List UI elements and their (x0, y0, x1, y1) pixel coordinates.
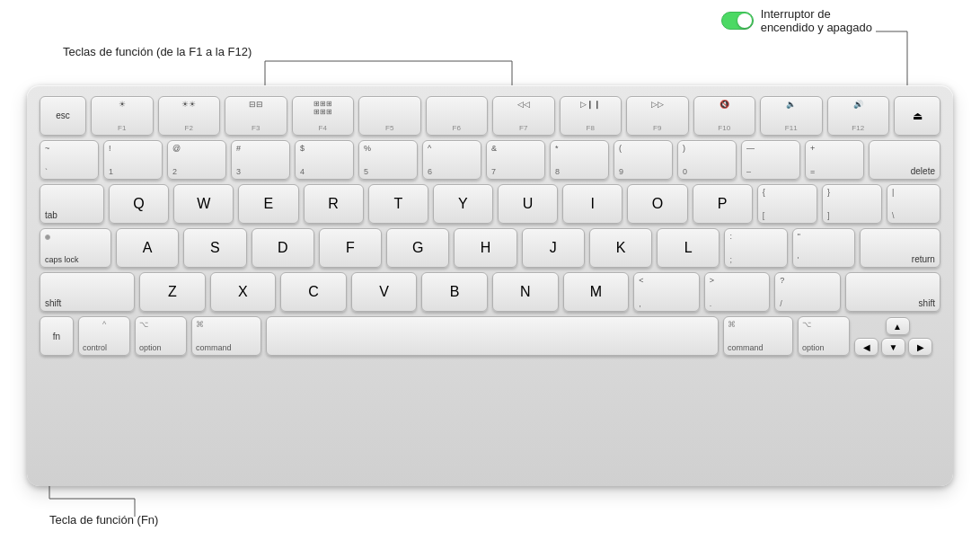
key-s[interactable]: S (183, 228, 246, 268)
key-f11[interactable]: 🔈 F11 (760, 96, 823, 136)
key-y[interactable]: Y (433, 184, 493, 224)
key-delete[interactable]: delete (869, 140, 940, 180)
key-command-left[interactable]: ⌘ command (191, 316, 261, 356)
key-equals[interactable]: + = (805, 140, 864, 180)
key-x[interactable]: X (210, 272, 277, 312)
key-a[interactable]: A (116, 228, 179, 268)
key-f4[interactable]: ⊞⊞⊞⊞⊞⊞ F4 (292, 96, 355, 136)
key-r[interactable]: R (304, 184, 364, 224)
key-control[interactable]: ^ control (78, 316, 130, 356)
key-k[interactable]: K (589, 228, 652, 268)
key-shift-right[interactable]: shift (845, 272, 940, 312)
key-f10[interactable]: 🔇 F10 (693, 96, 756, 136)
arrow-top-row: ▲ (854, 317, 940, 335)
key-m[interactable]: M (563, 272, 630, 312)
key-b[interactable]: B (421, 272, 488, 312)
key-command-right[interactable]: ⌘ command (723, 316, 793, 356)
key-bracket-open[interactable]: { [ (757, 184, 817, 224)
key-option-left[interactable]: ⌥ option (135, 316, 187, 356)
key-8[interactable]: * 8 (550, 140, 609, 180)
key-f[interactable]: F (319, 228, 382, 268)
key-v[interactable]: V (351, 272, 418, 312)
key-f12[interactable]: 🔊 F12 (827, 96, 890, 136)
qwerty-row: tab Q W E R T Y U I O P { [ } (40, 184, 940, 224)
key-4[interactable]: $ 4 (295, 140, 354, 180)
key-arrow-down[interactable]: ▼ (881, 338, 905, 356)
fn-key-label: Tecla de función (Fn) (49, 513, 158, 527)
key-i[interactable]: I (562, 184, 622, 224)
key-arrow-left[interactable]: ◀ (854, 338, 878, 356)
key-comma[interactable]: < , (633, 272, 700, 312)
key-7[interactable]: & 7 (486, 140, 545, 180)
key-slash[interactable]: ? / (774, 272, 841, 312)
key-t[interactable]: T (368, 184, 428, 224)
key-eject[interactable]: ⏏ (894, 96, 940, 136)
arrow-bottom-row: ◀ ▼ ▶ (854, 338, 940, 356)
key-g[interactable]: G (386, 228, 449, 268)
key-j[interactable]: J (522, 228, 585, 268)
key-shift-left[interactable]: shift (40, 272, 135, 312)
key-f8[interactable]: ▷❙❙ F8 (560, 96, 622, 136)
key-d[interactable]: D (252, 228, 314, 268)
key-z[interactable]: Z (139, 272, 206, 312)
key-f7[interactable]: ◁◁ F7 (492, 96, 555, 136)
key-e[interactable]: E (238, 184, 298, 224)
key-5[interactable]: % 5 (358, 140, 418, 180)
key-f1[interactable]: ☀ F1 (91, 96, 154, 136)
key-9[interactable]: ( 9 (614, 140, 673, 180)
scene: Interruptor de encendido y apagado Tecla… (0, 0, 980, 540)
asdf-row: caps lock A S D F G H J K L : ; " (40, 228, 940, 268)
key-w[interactable]: W (173, 184, 234, 224)
key-c[interactable]: C (280, 272, 347, 312)
key-bracket-close[interactable]: } ] (822, 184, 882, 224)
key-1[interactable]: ! 1 (103, 140, 163, 180)
key-f3[interactable]: ⊟⊟ F3 (225, 96, 287, 136)
key-o[interactable]: O (627, 184, 687, 224)
keyboard: esc ☀ F1 ☀☀ F2 ⊟⊟ F3 ⊞ (27, 85, 953, 486)
key-0[interactable]: ) 0 (677, 140, 737, 180)
key-2[interactable]: @ 2 (167, 140, 226, 180)
zxcv-row: shift Z X C V B N M < , > . (40, 272, 940, 312)
key-arrow-up[interactable]: ▲ (886, 317, 910, 335)
key-f2[interactable]: ☀☀ F2 (158, 96, 221, 136)
key-u[interactable]: U (498, 184, 558, 224)
key-esc[interactable]: esc (40, 96, 86, 136)
key-f9[interactable]: ▷▷ F9 (626, 96, 689, 136)
number-row: ~ ` ! 1 @ 2 # 3 (40, 140, 940, 180)
key-backslash[interactable]: | \ (887, 184, 940, 224)
key-arrow-right[interactable]: ▶ (908, 338, 932, 356)
keyboard-wrapper: esc ☀ F1 ☀☀ F2 ⊟⊟ F3 ⊞ (27, 85, 953, 486)
key-spacebar[interactable] (266, 316, 719, 356)
key-h[interactable]: H (454, 228, 516, 268)
arrow-key-group: ▲ ◀ ▼ ▶ (854, 317, 940, 356)
key-3[interactable]: # 3 (231, 140, 290, 180)
fn-key-row: esc ☀ F1 ☀☀ F2 ⊟⊟ F3 ⊞ (40, 96, 940, 136)
power-toggle-area: Interruptor de encendido y apagado (721, 7, 872, 34)
key-caps-lock[interactable]: caps lock (40, 228, 111, 268)
power-toggle[interactable] (721, 12, 754, 30)
key-n[interactable]: N (492, 272, 559, 312)
key-l[interactable]: L (657, 228, 720, 268)
key-option-right[interactable]: ⌥ option (798, 316, 850, 356)
key-return[interactable]: return (860, 228, 940, 268)
key-period[interactable]: > . (704, 272, 771, 312)
key-semicolon[interactable]: : ; (724, 228, 787, 268)
key-f6[interactable]: F6 (426, 96, 489, 136)
key-f5[interactable]: F5 (358, 96, 421, 136)
bottom-row: fn ^ control ⌥ option ⌘ command (40, 316, 940, 356)
key-q[interactable]: Q (109, 184, 169, 224)
key-fn[interactable]: fn (40, 316, 74, 356)
function-keys-label: Teclas de función (de la F1 a la F12) (63, 45, 252, 58)
key-minus[interactable]: — – (741, 140, 800, 180)
key-p[interactable]: P (693, 184, 753, 224)
key-tab[interactable]: tab (40, 184, 104, 224)
key-quote[interactable]: " ' (792, 228, 855, 268)
key-backtick[interactable]: ~ ` (40, 140, 99, 180)
caps-lock-indicator (45, 235, 50, 240)
key-6[interactable]: ^ 6 (422, 140, 481, 180)
power-label: Interruptor de encendido y apagado (761, 7, 872, 34)
